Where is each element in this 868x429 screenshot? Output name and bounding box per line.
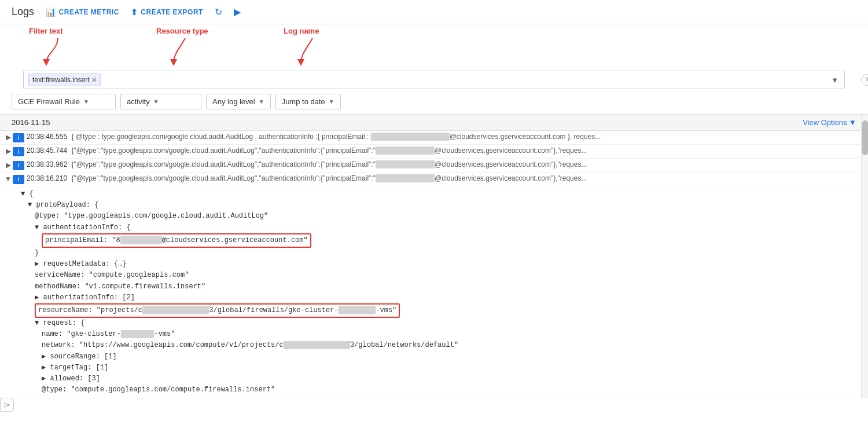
view-options-button[interactable]: View Options ▼ xyxy=(803,118,856,127)
resource-type-dropdown[interactable]: GCE Firewall Rule ▼ xyxy=(12,94,116,109)
log-row[interactable]: ▶ i 20:38:46.555 { @type : type.googleap… xyxy=(0,131,868,145)
detail-method-name: methodName: "v1.compute.firewalls.insert… xyxy=(21,281,856,292)
detail-network: network: "https://www.googleapis.com/com… xyxy=(21,340,856,351)
log-area: 2016-11-15 View Options ▼ ▶ i 20:38:46.5… xyxy=(0,114,868,398)
arrow-resource-type xyxy=(168,37,203,66)
log-row[interactable]: ▶ i 20:38:33.962 {"@type":"type.googleap… xyxy=(0,159,868,173)
log-info-icon: i xyxy=(13,161,24,170)
help-button[interactable]: ? xyxy=(861,74,868,86)
create-metric-button[interactable]: 📊 CREATE METRIC xyxy=(46,8,119,17)
bar-chart-icon: 📊 xyxy=(46,8,56,17)
annotation-filter-text: Filter text xyxy=(29,27,63,35)
detail-proto-payload: ▼ protoPayload: { xyxy=(21,200,856,211)
dropdown-row: GCE Firewall Rule ▼ activity ▼ Any log l… xyxy=(0,89,868,114)
detail-close-brace1: } xyxy=(21,248,856,259)
page-title: Logs xyxy=(12,6,34,18)
log-row-text: 20:38:45.744 {"@type":"type.googleapis.c… xyxy=(27,146,868,155)
log-name-dropdown[interactable]: activity ▼ xyxy=(120,94,201,109)
expand-icon[interactable]: ▼ xyxy=(3,174,13,183)
expand-icon[interactable]: ▶ xyxy=(3,160,13,169)
detail-source-range: ▶ sourceRange: [1] xyxy=(21,351,856,362)
log-row[interactable]: ▶ i 20:38:45.744 {"@type":"type.googleap… xyxy=(0,145,868,159)
jump-to-date-caret: ▼ xyxy=(329,98,334,105)
upload-icon: ⬆ xyxy=(131,8,138,17)
play-button[interactable]: ▶ xyxy=(234,6,241,17)
highlighted-principal-email: principalEmail: "8██████████@cloudservic… xyxy=(42,233,311,248)
log-level-caret: ▼ xyxy=(259,98,264,105)
filter-tag-close-button[interactable]: × xyxy=(92,75,97,85)
detail-auth-info: ▼ authenticationInfo: { xyxy=(21,222,856,233)
detail-target-tag: ▶ targetTag: [1] xyxy=(21,362,856,373)
filter-tag: text:firewalls.insert × xyxy=(28,74,101,86)
detail-open-brace: ▼ { xyxy=(21,189,856,200)
log-date: 2016-11-15 xyxy=(12,118,50,127)
detail-name: name: "gke-cluster-████████-vms" xyxy=(21,329,856,340)
log-date-header: 2016-11-15 View Options ▼ xyxy=(0,115,868,131)
jump-to-date-dropdown[interactable]: Jump to date ▼ xyxy=(275,94,341,109)
detail-allowed: ▶ allowed: [3] xyxy=(21,373,856,384)
arrow-log-name xyxy=(295,37,330,66)
expand-icon[interactable]: ▶ xyxy=(3,133,13,141)
scrollbar-thumb[interactable] xyxy=(862,120,868,155)
log-level-dropdown[interactable]: Any log level ▼ xyxy=(206,94,271,109)
detail-request-metadata: ▶ requestMetadata: {…} xyxy=(21,259,856,270)
detail-principal-email: principalEmail: "8██████████@cloudservic… xyxy=(21,233,856,248)
scrollbar-track[interactable] xyxy=(861,115,868,398)
create-export-button[interactable]: ⬆ CREATE EXPORT xyxy=(131,8,203,17)
log-row-text: 20:38:33.962 {"@type":"type.googleapis.c… xyxy=(27,160,868,168)
detail-at-type: @type: "type.googleapis.com/google.cloud… xyxy=(21,211,856,222)
filter-bar[interactable]: text:firewalls.insert × ▼ xyxy=(23,71,845,89)
detail-auth-info2: ▶ authorizationInfo: [2] xyxy=(21,292,856,303)
detail-request: ▼ request: { xyxy=(21,318,856,329)
side-toggle-button[interactable]: |> xyxy=(0,398,14,398)
detail-resource-name: resourceName: "projects/c███████████████… xyxy=(21,303,856,318)
filter-dropdown-arrow[interactable]: ▼ xyxy=(831,76,838,85)
log-info-icon: i xyxy=(13,133,24,142)
arrow-filter-text xyxy=(41,37,87,66)
refresh-button[interactable]: ↻ xyxy=(215,6,222,17)
log-row-text: 20:38:16.210 {"@type":"type.googleapis.c… xyxy=(27,174,868,182)
log-row-text: 20:38:46.555 { @type : type.googleapis.c… xyxy=(27,133,868,141)
detail-at-type2: @type: "compute.googleapis.com/compute.f… xyxy=(21,384,856,395)
annotation-log-name: Log name xyxy=(284,27,319,35)
detail-service-name: serviceName: "compute.googleapis.com" xyxy=(21,270,856,281)
header: Logs 📊 CREATE METRIC ⬆ CREATE EXPORT ↻ ▶ xyxy=(0,0,868,24)
log-name-caret: ▼ xyxy=(153,98,159,105)
log-info-icon: i xyxy=(13,175,24,184)
resource-type-caret: ▼ xyxy=(83,98,89,105)
expand-icon[interactable]: ▶ xyxy=(3,146,13,155)
log-detail-panel: ▼ { ▼ protoPayload: { @type: "type.googl… xyxy=(0,186,868,398)
log-row[interactable]: ▼ i 20:38:16.210 {"@type":"type.googleap… xyxy=(0,173,868,186)
highlighted-resource-name: resourceName: "projects/c███████████████… xyxy=(35,303,400,318)
log-info-icon: i xyxy=(13,147,24,156)
annotation-resource-type: Resource type xyxy=(156,27,208,35)
